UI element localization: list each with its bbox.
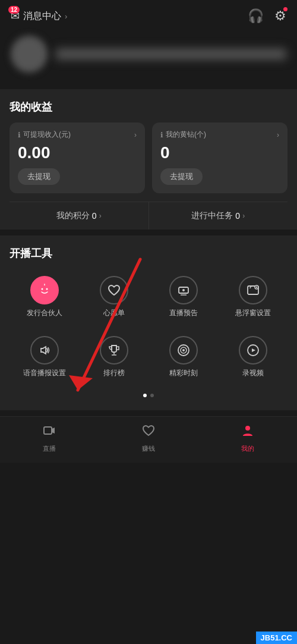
card1-withdraw-btn[interactable]: 去提现 — [18, 168, 60, 185]
earnings-title: 我的收益 — [10, 100, 287, 114]
settings-button[interactable]: ⚙ — [274, 8, 286, 24]
points-chevron-icon: › — [99, 212, 102, 220]
svg-marker-18 — [252, 348, 255, 352]
wishlist-label: 心愿单 — [103, 308, 125, 318]
card2-title-row: ℹ 我的黄钻(个) › — [160, 130, 279, 140]
card1-label: 可提现收入(元) — [23, 130, 71, 140]
ongoing-tasks-label: 进行中任务 — [191, 211, 233, 221]
svg-point-6 — [182, 289, 185, 291]
card1-value: 0.00 — [18, 143, 137, 162]
ongoing-tasks-item[interactable]: 进行中任务 0 › — [149, 202, 288, 230]
partner-icon — [30, 276, 59, 304]
nav-label-mine: 我的 — [241, 444, 254, 453]
svg-point-16 — [182, 349, 185, 351]
card2-withdraw-btn[interactable]: 去提现 — [160, 168, 203, 185]
highlights-icon — [169, 336, 198, 365]
card1-title-row: ℹ 可提现收入(元) › — [18, 130, 137, 140]
record-video-label: 录视频 — [242, 368, 264, 378]
message-center-label[interactable]: 消息中心 — [23, 10, 61, 23]
tools-row2: 语音播报设置 排行榜 — [10, 330, 287, 384]
my-points-label: 我的积分 — [56, 211, 90, 221]
avatar — [11, 36, 48, 73]
tool-partner[interactable]: 发行合伙人 — [10, 270, 79, 324]
tools-title: 开播工具 — [10, 246, 287, 260]
ranking-label: 排行榜 — [103, 368, 125, 378]
tool-highlights[interactable]: 精彩时刻 — [148, 330, 218, 384]
float-window-label: 悬浮窗设置 — [235, 308, 271, 318]
earnings-section: 我的收益 ℹ 可提现收入(元) › 0.00 去提现 ℹ 我的黄钻(个) › 0… — [0, 89, 297, 230]
tool-float-window[interactable]: 悬浮窗设置 — [218, 270, 287, 324]
highlights-label: 精彩时刻 — [169, 368, 198, 378]
wishlist-icon — [100, 276, 128, 304]
mine-icon — [240, 423, 255, 442]
tool-ranking[interactable]: 排行榜 — [79, 330, 148, 384]
earnings-cards: ℹ 可提现收入(元) › 0.00 去提现 ℹ 我的黄钻(个) › 0 去提现 — [10, 122, 287, 193]
tools-section: 开播工具 发行合伙人 — [0, 235, 297, 410]
header-left: 12 ✉ 消息中心 › — [11, 10, 67, 23]
tools-row1: 发行合伙人 心愿单 直播预告 — [10, 270, 287, 324]
info-icon-2: ℹ — [160, 131, 163, 139]
settings-notification-dot — [283, 7, 287, 11]
svg-point-1 — [41, 288, 43, 290]
svg-point-23 — [245, 426, 250, 431]
svg-rect-21 — [44, 427, 52, 434]
nav-item-mine[interactable]: 我的 — [198, 423, 297, 453]
badge-count: 12 — [8, 6, 20, 14]
tool-record-video[interactable]: 录视频 — [218, 330, 287, 384]
voice-broadcast-icon — [30, 336, 59, 365]
nav-label-live: 直播 — [43, 444, 56, 453]
ranking-icon — [100, 336, 128, 365]
bottom-nav: 直播 赚钱 我的 — [0, 416, 297, 463]
svg-point-2 — [46, 288, 48, 290]
info-icon: ℹ — [18, 131, 21, 139]
card2-label: 我的黄钻(个) — [166, 130, 206, 140]
headphone-icon[interactable]: 🎧 — [248, 8, 264, 24]
header-right: 🎧 ⚙ — [248, 8, 286, 24]
ongoing-tasks-value: 0 — [235, 211, 240, 221]
page-dots — [10, 390, 287, 402]
yellow-diamond-card[interactable]: ℹ 我的黄钻(个) › 0 去提现 — [152, 122, 287, 193]
header: 12 ✉ 消息中心 › 🎧 ⚙ — [0, 0, 297, 30]
live-preview-icon — [169, 276, 198, 304]
tool-live-preview[interactable]: 直播预告 — [148, 270, 218, 324]
earn-icon — [141, 423, 156, 442]
card2-value: 0 — [160, 143, 279, 162]
voice-broadcast-label: 语音播报设置 — [23, 368, 66, 378]
card2-arrow-icon: › — [277, 131, 279, 139]
nav-label-earn: 赚钱 — [142, 444, 155, 453]
earnings-sub-row: 我的积分 0 › 进行中任务 0 › — [10, 202, 287, 230]
tool-voice-broadcast[interactable]: 语音播报设置 — [10, 330, 79, 384]
message-badge[interactable]: 12 ✉ — [11, 10, 20, 23]
tasks-chevron-icon: › — [242, 212, 245, 220]
chevron-right-icon: › — [65, 12, 67, 21]
dot-1 — [143, 394, 147, 397]
profile-info-blur — [56, 49, 286, 59]
withdrawable-income-card[interactable]: ℹ 可提现收入(元) › 0.00 去提现 — [10, 122, 145, 193]
watermark: JB51.CC — [256, 632, 297, 644]
nav-item-earn[interactable]: 赚钱 — [99, 423, 198, 453]
my-points-value: 0 — [92, 211, 97, 221]
my-points-item[interactable]: 我的积分 0 › — [10, 202, 149, 230]
tool-wishlist[interactable]: 心愿单 — [79, 270, 148, 324]
card1-arrow-icon: › — [134, 131, 137, 139]
profile-area — [0, 30, 297, 83]
svg-point-0 — [38, 284, 51, 297]
dot-2 — [150, 394, 154, 397]
nav-item-live[interactable]: 直播 — [0, 423, 99, 453]
partner-label: 发行合伙人 — [27, 308, 62, 318]
svg-point-4 — [44, 283, 45, 284]
live-icon — [42, 423, 57, 442]
record-video-icon — [239, 336, 267, 365]
live-preview-label: 直播预告 — [169, 308, 198, 318]
float-window-icon — [239, 276, 267, 304]
